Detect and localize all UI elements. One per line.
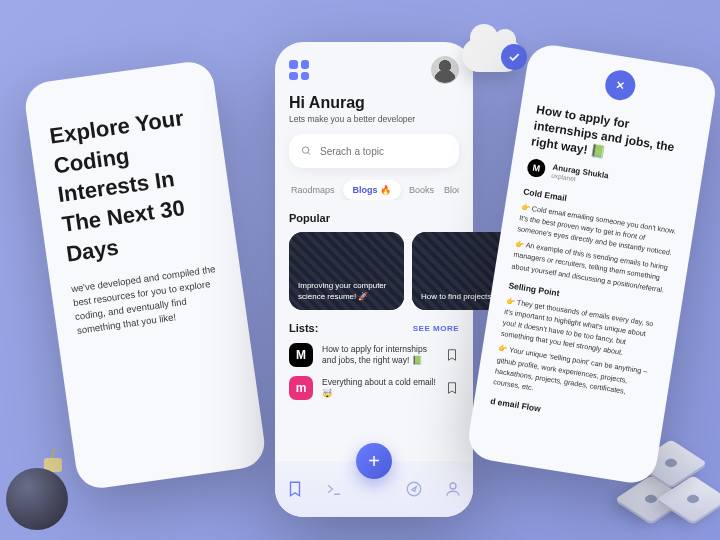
category-tabs: Raodmaps Blogs 🔥 Books Blockch <box>289 180 459 200</box>
greeting: Hi Anurag <box>289 94 459 112</box>
bookmark-icon[interactable] <box>445 348 459 362</box>
search-input[interactable] <box>320 146 447 157</box>
tab-blockchain[interactable]: Blockch <box>442 181 459 199</box>
add-button[interactable]: + <box>356 443 392 479</box>
popular-title: Popular <box>289 212 459 224</box>
bookmark-nav-icon[interactable] <box>286 480 304 498</box>
lists-title: Lists: <box>289 322 318 334</box>
tab-blogs[interactable]: Blogs 🔥 <box>343 180 402 200</box>
menu-grid-icon[interactable] <box>289 60 309 80</box>
cloud-decoration <box>455 28 529 72</box>
compass-nav-icon[interactable] <box>405 480 423 498</box>
list-item[interactable]: m Everything about a cold email! 🤯 <box>289 376 459 400</box>
headline-sub: we've developed and compiled the best re… <box>70 262 226 337</box>
list-item-text: Everything about a cold email! 🤯 <box>322 377 436 399</box>
profile-nav-icon[interactable] <box>444 480 462 498</box>
home-screen: Hi Anurag Lets make you a better develop… <box>275 42 473 517</box>
svg-point-3 <box>450 483 456 489</box>
tab-books[interactable]: Books <box>407 181 436 199</box>
check-badge-icon <box>501 44 527 70</box>
card-text: Improving your computer science resume! … <box>298 281 395 302</box>
close-icon <box>613 78 627 92</box>
author-avatar: M <box>526 157 547 178</box>
bomb-decoration <box>6 450 86 530</box>
search-bar[interactable] <box>289 134 459 168</box>
bookmark-icon[interactable] <box>445 381 459 395</box>
onboarding-screen: Explore Your Coding Interests In The Nex… <box>22 59 267 491</box>
tab-roadmaps[interactable]: Raodmaps <box>289 181 337 199</box>
headline: Explore Your Coding Interests In The Nex… <box>48 101 217 269</box>
list-item[interactable]: M How to apply for internships and jobs,… <box>289 343 459 367</box>
terminal-nav-icon[interactable] <box>325 480 343 498</box>
svg-point-0 <box>302 147 308 153</box>
see-more-link[interactable]: SEE MORE <box>413 324 459 333</box>
article-body: Cold Email 👉 Cold email emailing someone… <box>489 185 680 433</box>
list-item-text: How to apply for internships and jobs, t… <box>322 344 436 366</box>
svg-line-1 <box>308 152 310 154</box>
search-icon <box>301 144 312 158</box>
close-button[interactable] <box>603 68 637 102</box>
popular-card[interactable]: Improving your computer science resume! … <box>289 232 404 310</box>
article-screen: How to apply for internships and jobs, t… <box>465 42 718 487</box>
tagline: Lets make you a better developer <box>289 114 459 124</box>
medium-icon: M <box>289 343 313 367</box>
app-icon: m <box>289 376 313 400</box>
bottom-nav: + <box>275 461 473 517</box>
